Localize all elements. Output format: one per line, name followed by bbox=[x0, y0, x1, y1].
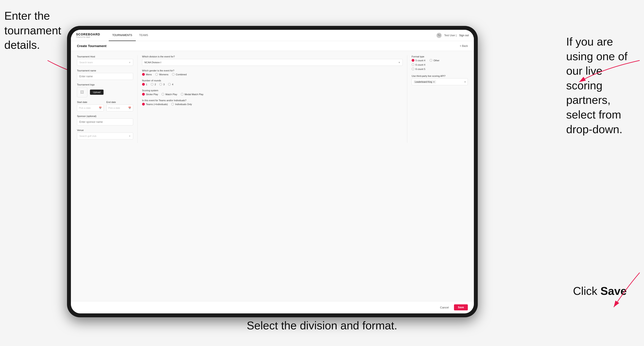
gender-mens[interactable]: Mens bbox=[142, 73, 152, 76]
radio-teams bbox=[142, 103, 145, 106]
scoring-medal[interactable]: Medal Match Play bbox=[181, 93, 204, 96]
sponsor-label: Sponsor (optional) bbox=[77, 115, 133, 117]
teams-group: Is this event for Teams and/or Individua… bbox=[142, 99, 403, 106]
start-date-group: Start date Pick a date 📅 bbox=[77, 101, 104, 111]
teams-options: Teams (+Individuals) Individuals Only bbox=[142, 103, 403, 106]
sponsor-input[interactable] bbox=[77, 119, 133, 125]
date-row: Start date Pick a date 📅 End date Pick a… bbox=[77, 101, 133, 111]
navbar-avatar: TU bbox=[436, 33, 442, 38]
division-group: Which division is the event for? NCAA Di… bbox=[142, 55, 403, 66]
venue-label: Venue bbox=[77, 129, 133, 132]
user-label: Test User | bbox=[444, 34, 456, 37]
radio-round-3 bbox=[159, 83, 162, 86]
start-date-label: Start date bbox=[77, 101, 104, 103]
logo-label: Tournament logo bbox=[77, 83, 133, 86]
radio-6count5 bbox=[412, 68, 414, 70]
format-5count4[interactable]: 5 count 4 bbox=[412, 59, 425, 62]
annotation-top-right: If you are using one of our live scoring… bbox=[566, 34, 640, 137]
form-col-left: Tournament Host Search team ▼ Tournament… bbox=[77, 55, 138, 143]
navbar-right: TU Test User | Sign out bbox=[436, 33, 469, 38]
scoring-stroke[interactable]: Stroke Play bbox=[142, 93, 158, 96]
cancel-button[interactable]: Cancel bbox=[438, 305, 452, 310]
calendar-icon-end: 📅 bbox=[128, 107, 131, 109]
radio-round-4 bbox=[168, 83, 171, 86]
brand-sub: Powered by clippit bbox=[76, 36, 100, 38]
radio-6count4 bbox=[412, 63, 414, 66]
radio-womens bbox=[155, 73, 158, 76]
name-input[interactable] bbox=[77, 73, 133, 80]
name-group: Tournament name bbox=[77, 69, 133, 80]
end-date-input[interactable]: Pick a date 📅 bbox=[106, 104, 133, 111]
navbar-links: TOURNAMENTS TEAMS bbox=[109, 30, 152, 41]
division-select[interactable]: NCAA Division I ▼ bbox=[142, 59, 403, 66]
format-6count4[interactable]: 6 count 4 bbox=[412, 63, 468, 66]
radio-round-2 bbox=[151, 83, 154, 86]
gender-group: Which gender is the event for? Mens Wome… bbox=[142, 69, 403, 76]
upload-button[interactable]: Upload bbox=[90, 90, 104, 95]
radio-ind bbox=[171, 103, 174, 106]
radio-other bbox=[430, 59, 432, 62]
rounds-4[interactable]: 4 bbox=[168, 83, 173, 86]
end-date-group: End date Pick a date 📅 bbox=[106, 101, 133, 111]
navbar-brand: SCOREBOARD Powered by clippit bbox=[76, 33, 100, 38]
rounds-3[interactable]: 3 bbox=[159, 83, 164, 86]
scoring-match[interactable]: Match Play bbox=[162, 93, 177, 96]
format-6count5[interactable]: 6 count 5 bbox=[412, 68, 468, 70]
teams-plus-ind[interactable]: Teams (+Individuals) bbox=[142, 103, 168, 106]
live-scoring-input[interactable]: Leaderboard King ✕ ⬆ bbox=[412, 78, 468, 85]
rounds-1[interactable]: 1 bbox=[142, 83, 147, 86]
gender-combined[interactable]: Combined bbox=[172, 73, 186, 76]
teams-label: Is this event for Teams and/or Individua… bbox=[142, 99, 403, 102]
dates-group: Start date Pick a date 📅 End date Pick a… bbox=[77, 101, 133, 111]
radio-round-1 bbox=[142, 83, 145, 86]
ind-only[interactable]: Individuals Only bbox=[171, 103, 192, 106]
division-label: Which division is the event for? bbox=[142, 55, 403, 58]
form-content: Tournament Host Search team ▼ Tournament… bbox=[71, 51, 474, 301]
calendar-icon-start: 📅 bbox=[99, 107, 102, 109]
annotation-bottom-center: Select the division and format. bbox=[246, 318, 398, 333]
scoring-options: Stroke Play Match Play Medal Match Play bbox=[142, 93, 403, 96]
rounds-group: Number of rounds 1 2 bbox=[142, 79, 403, 86]
nav-teams[interactable]: TEAMS bbox=[136, 30, 152, 41]
start-date-input[interactable]: Pick a date 📅 bbox=[77, 104, 104, 111]
live-scoring-label: Use third-party live scoring API? bbox=[412, 75, 468, 77]
host-label: Tournament Host bbox=[77, 55, 133, 58]
back-link[interactable]: < Back bbox=[460, 44, 468, 47]
form-area: Tournament Host Search team ▼ Tournament… bbox=[71, 51, 474, 147]
name-label: Tournament name bbox=[77, 69, 133, 72]
nav-tournaments[interactable]: TOURNAMENTS bbox=[109, 30, 136, 41]
form-col-right: Format type 5 count 4 Other bbox=[407, 55, 468, 143]
host-group: Tournament Host Search team ▼ bbox=[77, 55, 133, 66]
live-scoring-expand: ⬆ bbox=[464, 81, 466, 83]
format-row-1: 5 count 4 Other bbox=[412, 59, 468, 62]
radio-stroke bbox=[142, 93, 145, 96]
tablet-screen: SCOREBOARD Powered by clippit TOURNAMENT… bbox=[71, 30, 474, 313]
scoring-group: Scoring system Stroke Play Match Play bbox=[142, 89, 403, 96]
radio-combined bbox=[172, 73, 175, 76]
form-col-middle: Which division is the event for? NCAA Di… bbox=[138, 55, 407, 143]
signout-link[interactable]: Sign out bbox=[459, 34, 469, 37]
format-other[interactable]: Other bbox=[430, 59, 440, 62]
format-label: Format type bbox=[412, 55, 468, 58]
annotation-bottom-right: Click Save bbox=[573, 284, 627, 299]
rounds-options: 1 2 3 4 bbox=[142, 83, 403, 86]
end-date-label: End date bbox=[106, 101, 133, 103]
page-header: Create Tournament < Back bbox=[71, 41, 474, 51]
radio-mens bbox=[142, 73, 145, 76]
live-scoring-remove[interactable]: ✕ bbox=[433, 81, 435, 83]
logo-placeholder: 🖼 bbox=[77, 87, 87, 97]
save-button[interactable]: Save bbox=[454, 304, 468, 310]
scoring-label: Scoring system bbox=[142, 89, 403, 92]
radio-medal bbox=[181, 93, 184, 96]
host-input[interactable]: Search team ▼ bbox=[77, 59, 133, 66]
gender-womens[interactable]: Womens bbox=[155, 73, 168, 76]
annotation-top-left: Enter the tournament details. bbox=[4, 9, 65, 52]
sponsor-group: Sponsor (optional) bbox=[77, 115, 133, 125]
brand-title: SCOREBOARD bbox=[76, 33, 100, 36]
rounds-2[interactable]: 2 bbox=[151, 83, 156, 86]
logo-area: 🖼 Upload bbox=[77, 87, 133, 97]
venue-input[interactable]: Search golf club ▼ bbox=[77, 133, 133, 140]
page-title: Create Tournament bbox=[77, 44, 106, 48]
live-scoring-tag: Leaderboard King ✕ bbox=[414, 80, 436, 84]
format-options: 5 count 4 Other 6 count 4 bbox=[412, 59, 468, 70]
